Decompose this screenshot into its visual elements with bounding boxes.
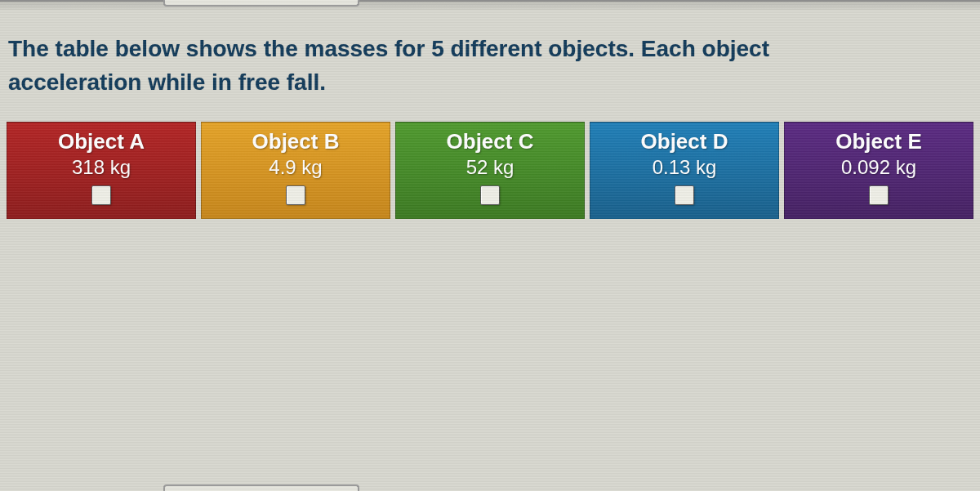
object-e-name: Object E	[788, 129, 969, 154]
object-d-mass: 0.13 kg	[594, 156, 775, 179]
question-text: The table below shows the masses for 5 d…	[0, 10, 980, 122]
object-c-name: Object C	[399, 129, 581, 154]
object-a-checkbox[interactable]	[91, 185, 111, 205]
question-line-1: The table below shows the masses for 5 d…	[8, 36, 769, 61]
object-d-cell: Object D 0.13 kg	[590, 122, 779, 219]
object-b-name: Object B	[205, 129, 386, 154]
object-a-mass: 318 kg	[11, 156, 192, 179]
object-c-mass: 52 kg	[399, 156, 581, 179]
question-line-2: acceleration while in free fall.	[8, 69, 326, 95]
object-b-checkbox[interactable]	[286, 185, 305, 205]
partial-button-top	[163, 0, 359, 7]
top-divider	[0, 0, 980, 10]
object-b-mass: 4.9 kg	[205, 156, 386, 179]
object-c-checkbox[interactable]	[480, 185, 500, 205]
object-e-cell: Object E 0.092 kg	[784, 122, 973, 219]
object-e-mass: 0.092 kg	[788, 156, 969, 179]
object-d-checkbox[interactable]	[675, 185, 694, 205]
object-d-name: Object D	[594, 129, 775, 154]
object-e-checkbox[interactable]	[869, 185, 889, 205]
partial-button-bottom	[163, 484, 359, 491]
objects-row: Object A 318 kg Object B 4.9 kg Object C…	[0, 122, 980, 219]
object-a-name: Object A	[11, 129, 192, 154]
object-c-cell: Object C 52 kg	[395, 122, 585, 219]
object-a-cell: Object A 318 kg	[7, 122, 196, 219]
object-b-cell: Object B 4.9 kg	[201, 122, 390, 219]
